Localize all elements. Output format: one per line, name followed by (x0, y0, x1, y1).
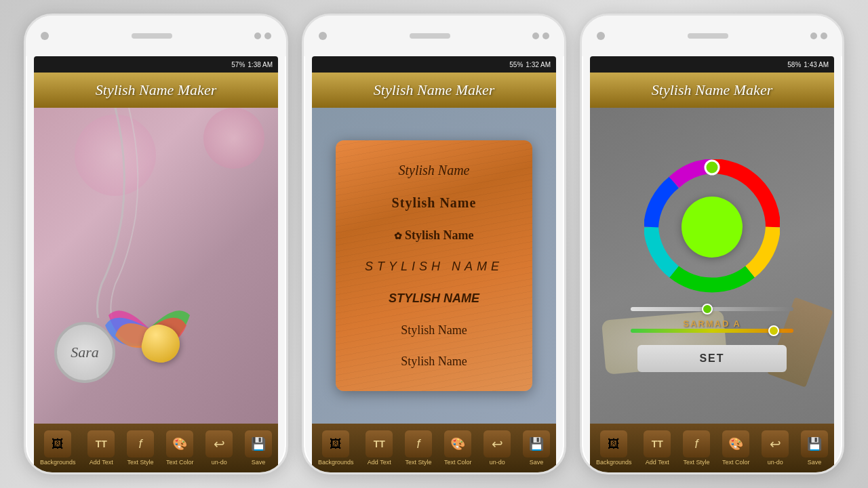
dot-1a (254, 33, 261, 39)
screen-2: 55% 1:32 AM Stylish Name Maker Stylish N… (312, 56, 556, 472)
screen-content-2: Stylish Name Stylish Name Stylish Name S… (312, 108, 556, 424)
textstyle-icon-3: f (683, 430, 710, 458)
backgrounds-icon-2: 🖼 (322, 430, 349, 458)
addtext-icon-3: TT (644, 430, 671, 458)
toolbar-undo-3[interactable]: ↩ un-do (762, 430, 789, 466)
font-option-2[interactable]: Stylish Name (392, 195, 477, 211)
dot-1b (264, 33, 271, 39)
app-header-1: Stylish Name Maker (34, 73, 278, 108)
textstyle-label: Text Style (127, 459, 154, 466)
font-picker-background: Stylish Name Stylish Name Stylish Name S… (312, 108, 556, 424)
toolbar-textcolor-2[interactable]: 🎨 Text Color (444, 430, 472, 466)
save-label: Save (252, 459, 266, 466)
phone-top-1 (26, 16, 286, 56)
status-bar-3: 58% 1:43 AM (590, 56, 834, 73)
undo-icon: ↩ (205, 430, 233, 458)
font-option-7[interactable]: Stylish Name (401, 354, 467, 369)
app-title-1: Stylish Name Maker (96, 81, 216, 99)
toolbar-save-3[interactable]: 💾 Save (801, 430, 828, 466)
phone-top-3 (582, 16, 842, 56)
photo-background: Sara (34, 108, 278, 424)
dot-3a (810, 33, 817, 39)
color-center (682, 197, 743, 258)
toolbar-textcolor-3[interactable]: 🎨 Text Color (722, 430, 750, 466)
status-bar-2: 55% 1:32 AM (312, 56, 556, 73)
textcolor-icon-3: 🎨 (722, 430, 749, 458)
toolbar-textcolor-1[interactable]: 🎨 Text Color (166, 430, 194, 466)
addtext-label-2: Add Text (368, 459, 391, 466)
textcolor-icon-2: 🎨 (444, 430, 471, 458)
app-title-3: Stylish Name Maker (652, 81, 772, 99)
toolbar-2: 🖼 Backgrounds TT Add Text f Text Style 🎨… (312, 424, 556, 472)
slider-thumb-saturation[interactable] (768, 325, 779, 336)
addtext-label-3: Add Text (646, 459, 669, 466)
textstyle-label-2: Text Style (406, 459, 432, 466)
undo-label-3: un-do (768, 459, 783, 466)
speaker-3 (688, 33, 728, 39)
toolbar-save-2[interactable]: 💾 Save (523, 430, 550, 466)
save-label-2: Save (530, 459, 544, 466)
toolbar-save-1[interactable]: 💾 Save (245, 430, 272, 466)
toolbar-addtext-3[interactable]: TT Add Text (644, 430, 671, 466)
font-option-6[interactable]: Stylish Name (401, 323, 467, 338)
font-option-3[interactable]: Stylish Name (394, 228, 473, 243)
phone-top-2 (304, 16, 564, 56)
font-option-4[interactable]: STYLISH NAME (365, 260, 503, 274)
set-button[interactable]: SET (637, 345, 787, 372)
color-picker-background: SARMAD A (590, 108, 834, 424)
dots-2 (532, 33, 549, 39)
svg-point-0 (705, 161, 719, 174)
toolbar-textstyle-2[interactable]: f Text Style (405, 430, 432, 466)
toolbar-textstyle-1[interactable]: f Text Style (127, 430, 154, 466)
save-label-3: Save (808, 459, 822, 466)
screen-content-3: SARMAD A (590, 108, 834, 424)
backgrounds-label: Backgrounds (40, 459, 76, 466)
undo-icon-3: ↩ (762, 430, 789, 458)
toolbar-undo-2[interactable]: ↩ un-do (484, 430, 511, 466)
dots-1 (254, 33, 271, 39)
textcolor-icon: 🎨 (166, 430, 193, 458)
addtext-label: Add Text (90, 459, 113, 466)
toolbar-backgrounds-1[interactable]: 🖼 Backgrounds (40, 430, 76, 466)
undo-label-2: un-do (490, 459, 505, 466)
font-option-5[interactable]: STYLISH NAME (389, 291, 479, 306)
status-bar-1: 57% 1:38 AM (34, 56, 278, 73)
camera-1 (41, 32, 49, 40)
toolbar-1: 🖼 Backgrounds TT Add Text f Text Style 🎨… (34, 424, 278, 472)
toolbar-addtext-1[interactable]: TT Add Text (87, 430, 115, 466)
color-wheel-container[interactable] (644, 159, 780, 295)
backgrounds-label-3: Backgrounds (596, 459, 632, 466)
textstyle-icon-2: f (405, 430, 432, 458)
textcolor-label-2: Text Color (444, 459, 472, 466)
dots-3 (810, 33, 827, 39)
signal-2: 55% (509, 61, 523, 68)
slider-track-brightness (631, 307, 793, 311)
phones-container: 57% 1:38 AM Stylish Name Maker (0, 0, 868, 488)
undo-icon-2: ↩ (484, 430, 511, 458)
phone-2: 55% 1:32 AM Stylish Name Maker Stylish N… (302, 14, 566, 474)
save-icon-2: 💾 (523, 430, 550, 458)
toolbar-undo-1[interactable]: ↩ un-do (205, 430, 233, 466)
font-option-1[interactable]: Stylish Name (399, 163, 470, 178)
toolbar-textstyle-3[interactable]: f Text Style (683, 430, 710, 466)
backgrounds-icon: 🖼 (44, 430, 71, 458)
slider-saturation[interactable] (631, 323, 793, 338)
save-icon: 💾 (245, 430, 272, 458)
screen-content-1: Sara (34, 108, 278, 424)
toolbar-addtext-2[interactable]: TT Add Text (366, 430, 393, 466)
slider-thumb-brightness[interactable] (702, 304, 713, 314)
toolbar-backgrounds-2[interactable]: 🖼 Backgrounds (318, 430, 354, 466)
pendant: Sara (54, 322, 115, 383)
addtext-icon: TT (87, 430, 115, 458)
toolbar-backgrounds-3[interactable]: 🖼 Backgrounds (596, 430, 632, 466)
time-1: 1:38 AM (248, 61, 273, 68)
speaker-2 (410, 33, 450, 39)
slider-brightness[interactable] (631, 302, 793, 317)
backgrounds-icon-3: 🖼 (600, 430, 627, 458)
app-title-2: Stylish Name Maker (374, 81, 494, 99)
textcolor-label-3: Text Color (722, 459, 750, 466)
addtext-icon-2: TT (366, 430, 393, 458)
app-header-3: Stylish Name Maker (590, 73, 834, 108)
undo-label: un-do (212, 459, 227, 466)
dot-2b (542, 33, 549, 39)
